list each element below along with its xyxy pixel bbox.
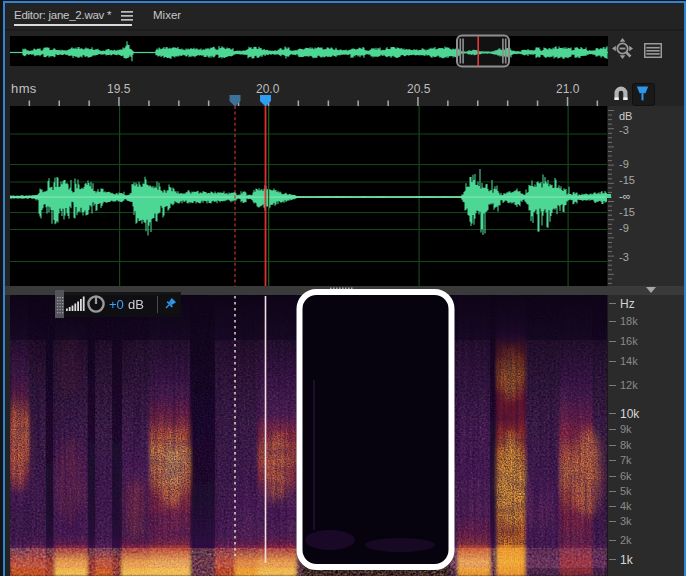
svg-text:dB: dB [128,297,144,312]
svg-text:+0: +0 [109,297,124,312]
